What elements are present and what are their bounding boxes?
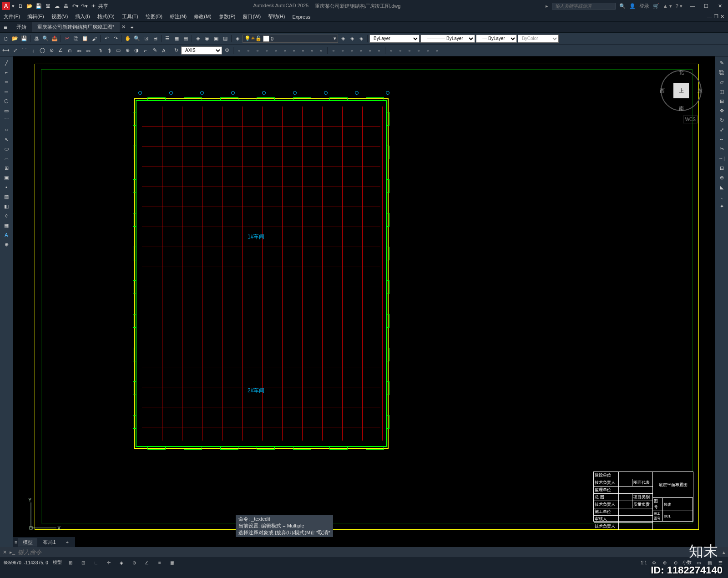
menu-param[interactable]: 参数(P) (219, 13, 236, 20)
move-icon[interactable]: ✥ (716, 106, 727, 115)
menu-tools[interactable]: 工具(T) (122, 13, 138, 20)
ellipse-icon[interactable]: ⬭ (1, 144, 12, 153)
tb-sheet-icon[interactable]: ▤ (182, 35, 190, 43)
offset-icon[interactable]: ◫ (716, 87, 727, 96)
m4-icon[interactable]: ▫ (263, 46, 271, 55)
tab-close-icon[interactable]: ✕ (120, 24, 127, 30)
layer-mgr-icon[interactable]: ◈ (357, 35, 365, 43)
cmd-expand-icon[interactable]: ▴ (723, 549, 725, 555)
tb-save-icon[interactable]: 💾 (20, 35, 28, 43)
m1-icon[interactable]: ▫ (235, 46, 243, 55)
inspect-icon[interactable]: ◑ (132, 46, 141, 55)
layer-prev-icon[interactable]: ◈ (339, 35, 347, 43)
erase-icon[interactable]: ✎ (716, 58, 727, 67)
viewcube-top[interactable]: 上 (673, 83, 689, 98)
search-icon[interactable]: 🔍 (619, 3, 626, 9)
m18-icon[interactable]: ▫ (396, 46, 404, 55)
region-icon[interactable]: ◊ (1, 211, 12, 220)
drawing-canvas[interactable]: /*placeholder*/ 1#车间 2#车间 1#、2#车间底层平面布置图… (13, 56, 715, 547)
tb-preview-icon[interactable]: 🔍 (41, 35, 50, 43)
menu-insert[interactable]: 插入(I) (75, 13, 90, 20)
tb-print-icon[interactable]: 🖶 (32, 35, 40, 43)
tb-copy-icon[interactable]: ⿻ (72, 35, 80, 43)
dim-quick-icon[interactable]: ⫙ (66, 46, 74, 55)
osnap-toggle-icon[interactable]: ⊙ (130, 558, 138, 567)
chamfer-icon[interactable]: ◣ (716, 183, 727, 192)
tab-layout-add[interactable]: + (61, 538, 73, 546)
mline-icon[interactable]: ═ (1, 87, 12, 96)
user-icon[interactable]: 👤 (629, 3, 636, 9)
center-icon[interactable]: ⊕ (123, 46, 131, 55)
mtext-icon[interactable]: A (1, 230, 12, 239)
dimedit-icon[interactable]: ✎ (151, 46, 159, 55)
tab-add[interactable]: + (127, 25, 136, 30)
tb-tool-icon[interactable]: ▦ (172, 35, 181, 43)
menu-help[interactable]: 帮助(H) (268, 13, 285, 20)
tb-cut-icon[interactable]: ✂ (63, 35, 71, 43)
polar-toggle-icon[interactable]: ✛ (105, 558, 113, 567)
doc-close-icon[interactable]: ✕ (720, 14, 724, 20)
layer-dropdown[interactable]: 💡 ☀ 🔓 0 ▾ (243, 35, 338, 43)
dim-dia-icon[interactable]: ⊘ (47, 46, 56, 55)
lwt-toggle-icon[interactable]: ≡ (156, 558, 164, 567)
doc-min-icon[interactable]: — (707, 14, 712, 20)
dim-ang-icon[interactable]: ∠ (56, 46, 65, 55)
m20-icon[interactable]: ▫ (415, 46, 423, 55)
linetype-dropdown[interactable]: ———— ByLayer (420, 35, 475, 43)
gradient-icon[interactable]: ◧ (1, 202, 12, 211)
command-input[interactable] (18, 549, 720, 556)
tb-layer-icon[interactable]: ◈ (194, 35, 202, 43)
ellipsearc-icon[interactable]: ⌓ (1, 154, 12, 163)
dim-break-icon[interactable]: ⫛ (105, 46, 113, 55)
rect-icon[interactable]: ▭ (1, 106, 12, 115)
trans-toggle-icon[interactable]: ▦ (168, 558, 177, 567)
dimstyle-mgr-icon[interactable]: ⚙ (223, 46, 231, 55)
extend-icon[interactable]: →| (716, 154, 727, 163)
scale-icon[interactable]: ⤢ (716, 125, 727, 134)
explode-icon[interactable]: ✦ (716, 202, 727, 211)
layer-match-icon[interactable]: ◈ (348, 35, 356, 43)
m21-icon[interactable]: ▫ (424, 46, 432, 55)
layout-menu-icon[interactable]: ≡ (15, 539, 17, 545)
dim-base-icon[interactable]: ⫘ (75, 46, 83, 55)
menu-express[interactable]: Express (292, 14, 310, 20)
menu-edit[interactable]: 编辑(E) (27, 13, 44, 20)
dimupdate-icon[interactable]: ↻ (172, 46, 180, 55)
pline-icon[interactable]: ⌐ (1, 68, 12, 77)
spline-icon[interactable]: ∿ (1, 135, 12, 144)
break-icon[interactable]: ⊟ (716, 163, 727, 172)
app-menu-caret[interactable]: ▾ (12, 3, 15, 9)
layer-state-icon[interactable]: ◈ (233, 35, 242, 43)
m7-icon[interactable]: ▫ (290, 46, 298, 55)
command-line[interactable]: ✕ ▸_ ▴ (0, 547, 728, 557)
m5-icon[interactable]: ▫ (272, 46, 280, 55)
minimize-icon[interactable]: — (686, 1, 699, 10)
dim-space-icon[interactable]: ⫚ (96, 46, 104, 55)
tab-file[interactable]: 重庆某公司新建钢结构厂房竣工图* (32, 22, 120, 32)
tb-layeriso-icon[interactable]: ◉ (203, 35, 211, 43)
m6-icon[interactable]: ▫ (281, 46, 289, 55)
lineweight-dropdown[interactable]: — ByLayer (476, 35, 517, 43)
m3-icon[interactable]: ▫ (253, 46, 262, 55)
anno-scale[interactable]: 1:1 (641, 560, 647, 565)
mirror-icon[interactable]: ▱ (716, 77, 727, 86)
plotstyle-dropdown[interactable]: ByColor (518, 35, 559, 43)
dim-rad-icon[interactable]: ◯ (38, 46, 46, 55)
m12-icon[interactable]: ▫ (339, 46, 347, 55)
tb-block-icon[interactable]: ▣ (212, 35, 220, 43)
table-icon[interactable]: ▦ (1, 221, 12, 230)
circle-icon[interactable]: ○ (1, 125, 12, 134)
ortho-toggle-icon[interactable]: ∟ (92, 558, 100, 567)
xline-icon[interactable]: ━ (1, 77, 12, 86)
plot-icon[interactable]: 🖶 (62, 2, 70, 10)
arc-icon[interactable]: ⌒ (1, 116, 12, 125)
search-input[interactable] (552, 3, 616, 10)
hatch-icon[interactable]: ▨ (1, 192, 12, 201)
login-label[interactable]: 登录 (639, 3, 649, 10)
polygon-icon[interactable]: ⬡ (1, 96, 12, 106)
m14-icon[interactable]: ▫ (357, 46, 365, 55)
dim-arc-icon[interactable]: ⌒ (20, 46, 28, 55)
vc-west[interactable]: 西 (660, 87, 665, 94)
otrack-toggle-icon[interactable]: ∠ (143, 558, 151, 567)
menu-file[interactable]: 文件(F) (4, 13, 20, 20)
